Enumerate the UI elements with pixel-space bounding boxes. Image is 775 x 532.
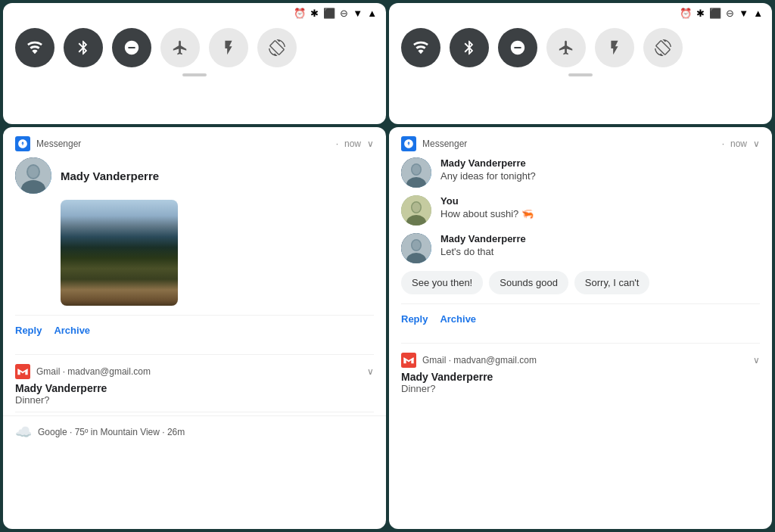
gmail-sender-left: Mady Vanderperre <box>15 382 374 394</box>
clock-icon: ⏰ <box>294 8 306 19</box>
svg-rect-18 <box>401 353 416 368</box>
status-bar-right: ⏰ ✱ ⬛ ⊖ ▼ ▲ <box>389 3 772 22</box>
conv-text-2: How about sushi? 🦐 <box>440 208 760 219</box>
wifi-signal-icon: ▼ <box>353 8 363 19</box>
quick-settings-right: ⏰ ✱ ⬛ ⊖ ▼ ▲ <box>389 3 772 124</box>
signal-bars-icon: ▲ <box>367 8 377 19</box>
sender-name-left: Mady Vanderperre <box>61 170 159 182</box>
dnd-status-icon: ⊖ <box>340 8 348 19</box>
sender-row-left: Mady Vanderperre <box>15 157 374 194</box>
quick-reply-2[interactable]: Sounds good <box>489 271 568 294</box>
flashlight-toggle-r[interactable] <box>595 28 634 67</box>
conv-text-3: Let's do that <box>440 246 760 257</box>
wifi-toggle[interactable] <box>15 28 54 67</box>
qs-row-left <box>15 28 374 67</box>
drag-handle-right <box>568 73 593 76</box>
qs-row-right <box>401 28 760 67</box>
messenger-notification-right: Messenger · now ∨ Mady Vanderperre An <box>389 127 772 343</box>
bluetooth-toggle[interactable] <box>64 28 103 67</box>
divider-2 <box>15 412 374 412</box>
flashlight-toggle[interactable] <box>209 28 248 67</box>
archive-button-right[interactable]: Archive <box>440 307 476 331</box>
dnd-status-icon-r: ⊖ <box>726 8 734 19</box>
messenger-header-left: Messenger · now ∨ <box>3 127 386 157</box>
messenger-time-left: now <box>344 138 361 149</box>
dnd-toggle[interactable] <box>112 28 151 67</box>
conv-sender-1: Mady Vanderperre <box>440 157 760 169</box>
gmail-subject-right: Dinner? <box>401 383 760 394</box>
signal-bars-icon-r: ▲ <box>753 8 763 19</box>
weather-text: Google · 75º in Mountain View · 26m <box>38 427 185 437</box>
svg-point-3 <box>28 166 39 178</box>
conv-message-2: You How about sushi? 🦐 <box>401 195 760 226</box>
messenger-app-name-left: Messenger <box>36 138 330 149</box>
qs-buttons-right <box>389 22 772 92</box>
gmail-notification-left: Gmail · madvan@gmail.com ∨ Mady Vanderpe… <box>3 355 386 412</box>
dot-separator-right: · <box>722 138 724 149</box>
chevron-down-icon-gmail-right[interactable]: ∨ <box>753 355 760 366</box>
status-bar-left: ⏰ ✱ ⬛ ⊖ ▼ ▲ <box>3 3 386 22</box>
conv-sender-3: Mady Vanderperre <box>440 233 760 244</box>
conv-text-block-3: Mady Vanderperre Let's do that <box>440 233 760 257</box>
chevron-down-icon-right[interactable]: ∨ <box>753 138 760 149</box>
messenger-app-name-right: Messenger <box>422 138 716 149</box>
svg-point-17 <box>412 241 421 250</box>
drag-handle-left <box>182 73 207 76</box>
gmail-subject-left: Dinner? <box>15 394 374 406</box>
conversation-body: Mady Vanderperre Any ideas for tonight? … <box>389 157 772 343</box>
conv-text-1: Any ideas for tonight? <box>440 170 760 182</box>
archive-button-left[interactable]: Archive <box>54 319 90 342</box>
wifi-signal-icon-r: ▼ <box>739 8 749 19</box>
quick-settings-left: ⏰ ✱ ⬛ ⊖ ▼ ▲ <box>3 3 386 124</box>
gmail-sender-right: Mady Vanderperre <box>401 371 760 383</box>
qs-buttons-left <box>3 22 386 92</box>
left-notification-panel: Messenger · now ∨ Mady Vanderperre <box>3 127 386 529</box>
messenger-body-left: Mady Vanderperre Reply Archive <box>3 157 386 354</box>
messenger-app-icon-right <box>401 136 416 151</box>
gmail-header-right: Gmail · madvan@gmail.com ∨ <box>401 353 760 368</box>
avatar-mady-left <box>15 157 51 194</box>
gmail-app-name-right: Gmail · madvan@gmail.com <box>422 355 747 366</box>
dnd-toggle-r[interactable] <box>498 28 537 67</box>
avatar-mady-right-2 <box>401 233 431 263</box>
avatar-you-right <box>401 195 431 226</box>
notif-actions-right: Reply Archive <box>401 303 760 334</box>
svg-point-9 <box>412 165 421 175</box>
conv-sender-2: You <box>440 195 760 207</box>
messenger-header-right: Messenger · now ∨ <box>389 127 772 157</box>
bluetooth-status-icon: ✱ <box>310 8 319 19</box>
bluetooth-status-icon-r: ✱ <box>696 8 705 19</box>
clock-icon-r: ⏰ <box>680 8 692 19</box>
wifi-toggle-r[interactable] <box>401 28 440 67</box>
svg-rect-4 <box>15 364 30 379</box>
gmail-notification-right: Gmail · madvan@gmail.com ∨ Mady Vanderpe… <box>389 344 772 400</box>
reply-button-left[interactable]: Reply <box>15 319 42 342</box>
bluetooth-toggle-r[interactable] <box>450 28 489 67</box>
chevron-down-icon-left[interactable]: ∨ <box>367 138 374 149</box>
gmail-icon-right <box>401 353 416 368</box>
airplane-toggle-r[interactable] <box>546 28 586 67</box>
right-notification-panel: Messenger · now ∨ Mady Vanderperre An <box>389 127 772 529</box>
gmail-icon-left <box>15 364 30 379</box>
rotate-toggle[interactable] <box>257 28 297 67</box>
airplane-toggle[interactable] <box>160 28 200 67</box>
scenery-image <box>61 200 178 306</box>
conv-text-block-2: You How about sushi? 🦐 <box>440 195 760 219</box>
messenger-notification-left: Messenger · now ∨ Mady Vanderperre <box>3 127 386 354</box>
rotate-toggle-r[interactable] <box>643 28 683 67</box>
message-image-left <box>61 200 178 306</box>
conv-message-3: Mady Vanderperre Let's do that <box>401 233 760 263</box>
conv-text-block-1: Mady Vanderperre Any ideas for tonight? <box>440 157 760 182</box>
dot-separator-left: · <box>336 138 338 149</box>
cloud-icon: ☁️ <box>15 424 32 440</box>
chevron-down-icon-gmail-left[interactable]: ∨ <box>367 366 374 377</box>
quick-reply-1[interactable]: See you then! <box>401 271 483 294</box>
avatar-mady-right-1 <box>401 157 431 188</box>
messenger-app-icon-left <box>15 136 30 151</box>
messenger-time-right: now <box>730 138 747 149</box>
notif-actions-left: Reply Archive <box>15 315 374 345</box>
svg-point-13 <box>412 203 421 213</box>
cast-icon-r: ⬛ <box>709 8 721 19</box>
reply-button-right[interactable]: Reply <box>401 307 428 331</box>
quick-reply-3[interactable]: Sorry, I can't <box>574 271 650 294</box>
